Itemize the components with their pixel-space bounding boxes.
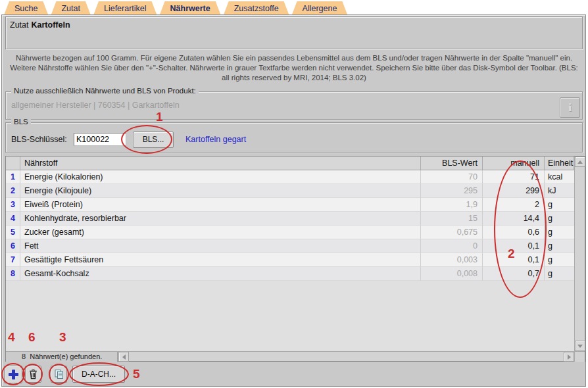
header-manual-value[interactable]: manuell — [483, 157, 545, 170]
nutrient-table: Nährstoff BLS-Wert manuell Einheit 1Ener… — [5, 156, 585, 362]
scroll-right-button[interactable] — [564, 352, 574, 362]
copy-icon — [54, 369, 64, 379]
tab-bar: Suche Zutat Lieferartikel Nährwerte Zusa… — [4, 1, 347, 15]
add-nutrient-button[interactable] — [4, 366, 22, 383]
row-number-cell: 2 — [6, 184, 20, 198]
nutrient-name-cell: Energie (Kilojoule) — [20, 184, 421, 198]
status-count: 8 — [22, 352, 26, 360]
copy-nutrients-button[interactable] — [51, 366, 67, 383]
instructions-text: Nährwerte bezogen auf 100 Gramm. Für eig… — [8, 53, 580, 83]
arrow-up-icon — [577, 160, 583, 164]
manual-value-cell[interactable]: 2 — [483, 198, 545, 212]
unit-cell: g — [545, 198, 574, 212]
table-body: 1Energie (Kilokalorien)7071kcal2Energie … — [6, 170, 574, 281]
arrow-down-icon — [577, 345, 583, 348]
tab-zutat[interactable]: Zutat — [51, 1, 91, 15]
scroll-up-button[interactable] — [575, 157, 585, 167]
nutrient-name-cell: Zucker (gesamt) — [20, 226, 421, 239]
bls-key-input[interactable] — [74, 133, 126, 146]
status-text: Nährwert(e) gefunden. — [30, 352, 102, 360]
bls-groupbox: BLS BLS-Schlüssel: BLS... Kartoffeln geg… — [5, 122, 583, 153]
bls-value-cell: 0,003 — [421, 253, 483, 267]
row-number-cell: 4 — [6, 212, 20, 226]
row-number-cell: 1 — [6, 170, 20, 184]
header-nutrient[interactable]: Nährstoff — [20, 157, 421, 170]
tab-lieferartikel[interactable]: Lieferartikel — [93, 1, 157, 15]
table-header-row: Nährstoff BLS-Wert manuell Einheit — [6, 157, 574, 170]
bls-value-cell: 0 — [421, 239, 483, 253]
bls-button[interactable]: BLS... — [133, 132, 174, 148]
arrow-left-icon — [122, 354, 126, 360]
product-value: allgemeiner Hersteller | 760354 | Garkar… — [11, 101, 180, 110]
row-number-cell: 8 — [6, 267, 20, 281]
product-groupbox-legend: Nutze ausschließlich Nährwerte und BLS v… — [11, 87, 199, 95]
header-bls-value[interactable]: BLS-Wert — [421, 157, 483, 170]
bls-food-name: Kartoffeln gegart — [185, 135, 246, 144]
arrow-right-icon — [568, 354, 571, 360]
tab-suche[interactable]: Suche — [4, 1, 48, 15]
row-number-cell: 5 — [6, 226, 20, 239]
table-row[interactable]: 7Gesättigte Fettsäuren0,0030,1g — [6, 253, 574, 267]
row-number-cell: 7 — [6, 253, 20, 267]
bls-value-cell: 295 — [421, 184, 483, 198]
ingredient-label: Zutat — [10, 20, 29, 30]
nutrient-name-cell: Eiweiß (Protein) — [20, 198, 421, 212]
unit-cell: g — [545, 226, 574, 239]
table-row[interactable]: 3Eiweiß (Protein)1,92g — [6, 198, 574, 212]
info-button[interactable]: i — [560, 97, 580, 118]
tab-zusatzstoffe[interactable]: Zusatzstoffe — [224, 1, 289, 15]
tab-allergene[interactable]: Allergene — [292, 1, 348, 15]
scrollbar-corner — [574, 352, 585, 362]
product-groupbox: Nutze ausschließlich Nährwerte und BLS v… — [5, 91, 583, 120]
unit-cell: g — [545, 239, 574, 253]
scroll-down-button[interactable] — [575, 341, 585, 351]
bls-value-cell: 0,008 — [421, 267, 483, 281]
row-number-cell: 3 — [6, 198, 20, 212]
unit-cell: kcal — [545, 170, 574, 184]
bls-value-cell: 1,9 — [421, 198, 483, 212]
unit-cell: g — [545, 267, 574, 281]
unit-cell: kJ — [545, 184, 574, 198]
unit-cell: g — [545, 212, 574, 226]
unit-cell: g — [545, 253, 574, 267]
dach-reference-button[interactable]: D-A-CH... — [72, 366, 125, 383]
delete-nutrient-button[interactable] — [25, 366, 41, 383]
nutrient-name-cell: Kohlenhydrate, resorbierbar — [20, 212, 421, 226]
table-row[interactable]: 4Kohlenhydrate, resorbierbar1514,4g — [6, 212, 574, 226]
nutrient-name-cell: Fett — [20, 239, 421, 253]
row-number-cell: 6 — [6, 239, 20, 253]
header-unit[interactable]: Einheit — [545, 157, 574, 170]
table-row[interactable]: 5Zucker (gesamt)0,6750,6g — [6, 226, 574, 239]
table-row[interactable]: 1Energie (Kilokalorien)7071kcal — [6, 170, 574, 184]
nutrient-name-cell: Energie (Kilokalorien) — [20, 170, 421, 184]
manual-value-cell[interactable]: 0,6 — [483, 226, 545, 239]
ingredient-name: Kartoffeln — [32, 20, 70, 30]
bls-value-cell: 0,675 — [421, 226, 483, 239]
manual-value-cell[interactable]: 0,1 — [483, 253, 545, 267]
plus-icon — [9, 370, 18, 379]
scroll-left-button[interactable] — [118, 352, 129, 362]
bls-key-label: BLS-Schlüssel: — [11, 135, 74, 144]
nutrient-name-cell: Gesamt-Kochsalz — [20, 267, 421, 281]
trash-icon — [28, 369, 38, 379]
bls-value-cell: 15 — [421, 212, 483, 226]
manual-value-cell[interactable]: 71 — [483, 170, 545, 184]
table-row[interactable]: 2Energie (Kilojoule)295299kJ — [6, 184, 574, 198]
table-bottom-strip: 8 Nährwert(e) gefunden. — [6, 351, 585, 361]
manual-value-cell[interactable]: 14,4 — [483, 212, 545, 226]
manual-value-cell[interactable]: 0,1 — [483, 239, 545, 253]
tab-naehrwerte[interactable]: Nährwerte — [160, 1, 221, 15]
bls-groupbox-legend: BLS — [11, 118, 31, 126]
manual-value-cell[interactable]: 0,7 — [483, 267, 545, 281]
header-row-number — [6, 157, 20, 170]
ingredient-header-box: ZutatKartoffeln — [5, 16, 583, 49]
status-bar: 8 Nährwert(e) gefunden. — [6, 352, 118, 362]
nutrient-grid: Nährstoff BLS-Wert manuell Einheit 1Ener… — [6, 157, 574, 351]
manual-value-cell[interactable]: 299 — [483, 184, 545, 198]
nutrition-values-screen: Suche Zutat Lieferartikel Nährwerte Zusa… — [0, 0, 588, 388]
table-row[interactable]: 8Gesamt-Kochsalz0,0080,7g — [6, 267, 574, 281]
vertical-scrollbar[interactable] — [574, 157, 585, 351]
bls-value-cell: 70 — [421, 170, 483, 184]
info-icon: i — [568, 101, 572, 114]
table-row[interactable]: 6Fett00,1g — [6, 239, 574, 253]
